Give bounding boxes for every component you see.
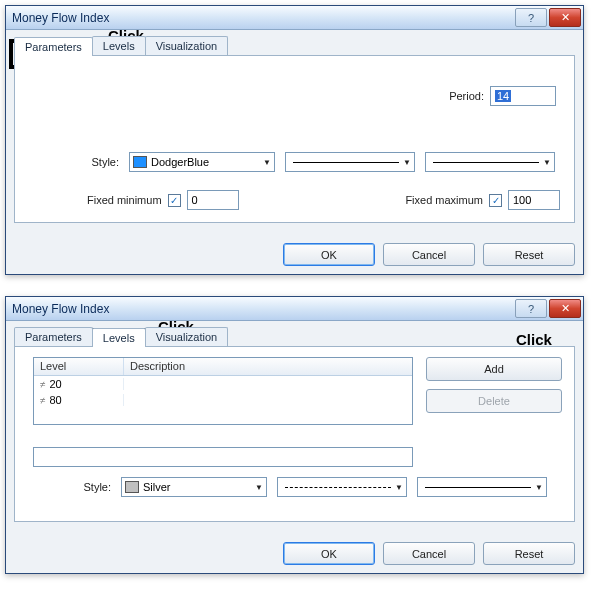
chevron-down-icon: ▼ bbox=[255, 483, 263, 492]
button-bar: OK Cancel Reset bbox=[283, 243, 575, 266]
ok-button[interactable]: OK bbox=[283, 542, 375, 565]
chevron-down-icon: ▼ bbox=[543, 158, 551, 167]
style-label: Style: bbox=[77, 481, 111, 493]
line-sample-icon bbox=[293, 162, 399, 163]
color-swatch-icon bbox=[125, 481, 139, 493]
tab-visualization[interactable]: Visualization bbox=[145, 327, 229, 346]
titlebar[interactable]: Money Flow Index ? ✕ bbox=[6, 6, 583, 30]
level-icon: ≠ bbox=[40, 395, 46, 406]
levels-table[interactable]: Level Description ≠20 ≠80 bbox=[33, 357, 413, 425]
help-icon: ? bbox=[528, 303, 534, 315]
col-level: Level bbox=[34, 358, 124, 375]
linewidth-combo[interactable]: ▼ bbox=[417, 477, 547, 497]
check-icon: ✓ bbox=[492, 195, 500, 206]
dialog-parameters: Money Flow Index ? ✕ Parameters Levels V… bbox=[5, 5, 584, 275]
table-header: Level Description bbox=[34, 358, 412, 376]
chevron-down-icon: ▼ bbox=[395, 483, 403, 492]
table-row[interactable]: ≠20 bbox=[34, 376, 412, 392]
button-bar: OK Cancel Reset bbox=[283, 542, 575, 565]
linestyle-combo[interactable]: ▼ bbox=[285, 152, 415, 172]
tab-parameters[interactable]: Parameters bbox=[14, 327, 93, 346]
level-icon: ≠ bbox=[40, 379, 46, 390]
cancel-button[interactable]: Cancel bbox=[383, 243, 475, 266]
fixed-min-input[interactable]: 0 bbox=[187, 190, 239, 210]
add-button[interactable]: Add bbox=[426, 357, 562, 381]
chevron-down-icon: ▼ bbox=[403, 158, 411, 167]
tab-strip: Parameters Levels Visualization bbox=[14, 327, 575, 346]
period-input[interactable]: 14 bbox=[490, 86, 556, 106]
color-name: DodgerBlue bbox=[151, 156, 209, 168]
fixed-max-input[interactable]: 100 bbox=[508, 190, 560, 210]
color-name: Silver bbox=[143, 481, 171, 493]
col-description: Description bbox=[124, 358, 412, 375]
linewidth-combo[interactable]: ▼ bbox=[425, 152, 555, 172]
tab-panel: Level Description ≠20 ≠80 Add Delete Sty… bbox=[14, 346, 575, 522]
level-edit-input[interactable] bbox=[33, 447, 413, 467]
help-icon: ? bbox=[528, 12, 534, 24]
tab-strip: Parameters Levels Visualization bbox=[14, 36, 575, 55]
color-combo[interactable]: Silver ▼ bbox=[121, 477, 267, 497]
chevron-down-icon: ▼ bbox=[535, 483, 543, 492]
fixed-max-checkbox[interactable]: ✓ bbox=[489, 194, 502, 207]
close-icon: ✕ bbox=[561, 302, 570, 315]
ok-button[interactable]: OK bbox=[283, 243, 375, 266]
style-label: Style: bbox=[85, 156, 119, 168]
tab-panel: Period: 14 Style: DodgerBlue ▼ ▼ bbox=[14, 55, 575, 223]
fixed-min-label: Fixed minimum bbox=[87, 194, 162, 206]
period-value: 14 bbox=[495, 90, 511, 102]
linestyle-combo[interactable]: ▼ bbox=[277, 477, 407, 497]
delete-button: Delete bbox=[426, 389, 562, 413]
fixed-max-label: Fixed maximum bbox=[405, 194, 483, 206]
chevron-down-icon: ▼ bbox=[263, 158, 271, 167]
reset-button[interactable]: Reset bbox=[483, 542, 575, 565]
cancel-button[interactable]: Cancel bbox=[383, 542, 475, 565]
check-icon: ✓ bbox=[170, 195, 178, 206]
line-sample-icon bbox=[433, 162, 539, 163]
tab-parameters[interactable]: Parameters bbox=[14, 37, 93, 56]
table-row[interactable]: ≠80 bbox=[34, 392, 412, 408]
close-button[interactable]: ✕ bbox=[549, 299, 581, 318]
color-combo[interactable]: DodgerBlue ▼ bbox=[129, 152, 275, 172]
close-icon: ✕ bbox=[561, 11, 570, 24]
tab-levels[interactable]: Levels bbox=[92, 328, 146, 347]
tab-levels[interactable]: Levels bbox=[92, 36, 146, 55]
reset-button[interactable]: Reset bbox=[483, 243, 575, 266]
close-button[interactable]: ✕ bbox=[549, 8, 581, 27]
titlebar[interactable]: Money Flow Index ? ✕ bbox=[6, 297, 583, 321]
line-sample-dash-icon bbox=[285, 487, 391, 488]
help-button[interactable]: ? bbox=[515, 8, 547, 27]
line-sample-icon bbox=[425, 487, 531, 488]
color-swatch-icon bbox=[133, 156, 147, 168]
dialog-levels: Money Flow Index ? ✕ Parameters Levels V… bbox=[5, 296, 584, 574]
fixed-min-checkbox[interactable]: ✓ bbox=[168, 194, 181, 207]
tab-visualization[interactable]: Visualization bbox=[145, 36, 229, 55]
window-title: Money Flow Index bbox=[12, 302, 513, 316]
period-label: Period: bbox=[449, 90, 484, 102]
help-button[interactable]: ? bbox=[515, 299, 547, 318]
window-title: Money Flow Index bbox=[12, 11, 513, 25]
